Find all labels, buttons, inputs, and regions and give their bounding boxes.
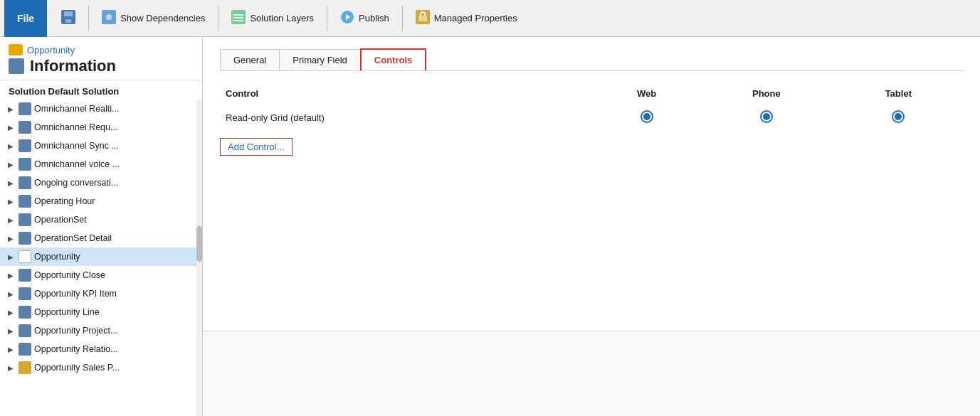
sidebar: Opportunity Information Solution Default… <box>0 37 203 416</box>
sidebar-entity-group: Opportunity <box>9 44 194 55</box>
expand-arrow-icon: ▶ <box>6 363 16 373</box>
item-label: Operating Hour <box>34 196 95 206</box>
sidebar-item[interactable]: ▶Opportunity Line <box>0 303 202 321</box>
tab-primary-field[interactable]: Primary Field <box>279 49 361 70</box>
expand-arrow-icon: ▶ <box>6 307 16 317</box>
sidebar-resize-handle[interactable]: ⋮ <box>199 37 203 416</box>
item-icon <box>19 232 31 245</box>
folder-icon <box>9 44 23 55</box>
sidebar-item[interactable]: ▶OperationSet Detail <box>0 229 202 247</box>
item-icon <box>19 306 31 319</box>
sidebar-item[interactable]: ▶Opportunity Close <box>0 266 202 284</box>
expand-arrow-icon: ▶ <box>6 178 16 188</box>
expand-arrow-icon: ▶ <box>6 326 16 336</box>
sidebar-item[interactable]: ▶Operating Hour <box>0 192 202 210</box>
svg-rect-1 <box>64 11 73 16</box>
item-label: Opportunity Relatio... <box>34 344 117 354</box>
col-phone: Phone <box>699 85 834 106</box>
item-label: Opportunity <box>34 252 80 262</box>
sidebar-header: Opportunity Information <box>0 37 202 80</box>
expand-arrow-icon: ▶ <box>6 270 16 280</box>
content-area: GeneralPrimary FieldControls Control Web… <box>203 37 980 416</box>
content-body: Control Web Phone Tablet Read-only Grid … <box>203 71 980 331</box>
bottom-panel <box>203 331 980 416</box>
controls-table-header: Control Web Phone Tablet <box>220 85 963 106</box>
save-icon <box>61 10 75 26</box>
phone-radio[interactable] <box>760 110 773 123</box>
item-label: Omnichannel Realti... <box>34 104 120 114</box>
item-icon <box>19 102 31 115</box>
item-icon <box>19 324 31 337</box>
sidebar-item[interactable]: ▶Opportunity Relatio... <box>0 340 202 358</box>
tablet-radio-cell[interactable] <box>834 106 963 129</box>
separator-2 <box>218 6 218 31</box>
entity-icon <box>9 58 24 74</box>
expand-arrow-icon: ▶ <box>6 159 16 169</box>
sidebar-item[interactable]: ▶Omnichannel Realti... <box>0 100 202 118</box>
sidebar-item[interactable]: ▶Opportunity <box>0 247 202 266</box>
solution-layers-button[interactable]: Solution Layers <box>221 0 324 37</box>
svg-rect-12 <box>418 16 427 21</box>
sidebar-item[interactable]: ▶Omnichannel voice ... <box>0 155 202 174</box>
sidebar-item[interactable]: ▶Opportunity Project... <box>0 321 202 340</box>
drag-dots: ⋮ <box>199 223 204 231</box>
tab-general[interactable]: General <box>220 49 280 70</box>
show-dependencies-icon <box>102 10 116 26</box>
show-dependencies-button[interactable]: Show Dependencies <box>92 0 215 37</box>
expand-arrow-icon: ▶ <box>6 104 16 114</box>
item-icon <box>19 158 31 171</box>
publish-button[interactable]: Publish <box>330 0 399 37</box>
item-icon <box>19 361 31 374</box>
tabs-row: GeneralPrimary FieldControls <box>220 48 963 70</box>
table-row: Read-only Grid (default) <box>220 106 963 129</box>
item-icon <box>19 121 31 134</box>
expand-arrow-icon: ▶ <box>6 141 16 151</box>
item-icon <box>19 250 31 263</box>
item-icon <box>19 269 31 282</box>
tabs-container: GeneralPrimary FieldControls <box>203 37 980 71</box>
controls-table: Control Web Phone Tablet Read-only Grid … <box>220 85 963 129</box>
item-icon <box>19 213 31 226</box>
sidebar-item[interactable]: ▶Omnichannel Sync ... <box>0 137 202 155</box>
svg-rect-8 <box>233 20 243 21</box>
svg-point-4 <box>106 14 112 20</box>
expand-arrow-icon: ▶ <box>6 215 16 225</box>
sidebar-entity-name: Information <box>9 57 194 75</box>
toolbar: File Show Dependencies Solution Layers P… <box>0 0 980 37</box>
item-icon <box>19 195 31 208</box>
svg-rect-6 <box>233 14 243 16</box>
item-icon <box>19 343 31 356</box>
sidebar-item[interactable]: ▶Omnichannel Requ... <box>0 118 202 137</box>
item-label: Ongoing conversati... <box>34 178 118 188</box>
svg-rect-2 <box>65 19 71 23</box>
tab-controls[interactable]: Controls <box>360 48 426 70</box>
item-label: OperationSet Detail <box>34 233 112 243</box>
web-radio-cell[interactable] <box>594 106 699 129</box>
control-name-cell: Read-only Grid (default) <box>220 106 594 129</box>
sidebar-list: ▶Omnichannel Realti...▶Omnichannel Requ.… <box>0 100 202 416</box>
sidebar-item[interactable]: ▶Ongoing conversati... <box>0 174 202 192</box>
sidebar-item[interactable]: ▶Opportunity KPI Item <box>0 284 202 303</box>
item-label: Omnichannel voice ... <box>34 159 120 169</box>
expand-arrow-icon: ▶ <box>6 196 16 206</box>
solution-label: Solution Default Solution <box>0 80 202 100</box>
sidebar-item[interactable]: ▶Opportunity Sales P... <box>0 358 202 377</box>
sidebar-item[interactable]: ▶OperationSet <box>0 210 202 229</box>
item-label: Opportunity Close <box>34 270 105 280</box>
save-button[interactable] <box>51 0 85 37</box>
managed-properties-button[interactable]: Managed Properties <box>406 0 527 37</box>
expand-arrow-icon: ▶ <box>6 233 16 243</box>
tablet-radio[interactable] <box>892 110 905 123</box>
add-control-button[interactable]: Add Control... <box>220 138 293 156</box>
file-button[interactable]: File <box>4 0 47 37</box>
item-icon <box>19 176 31 189</box>
item-label: Omnichannel Requ... <box>34 122 117 132</box>
web-radio[interactable] <box>641 110 653 123</box>
separator-4 <box>402 6 403 31</box>
phone-radio-cell[interactable] <box>699 106 834 129</box>
item-icon <box>19 287 31 300</box>
solution-layers-icon <box>231 10 246 26</box>
expand-arrow-icon: ▶ <box>6 289 16 299</box>
item-label: Omnichannel Sync ... <box>34 141 119 151</box>
managed-properties-icon <box>416 10 430 26</box>
